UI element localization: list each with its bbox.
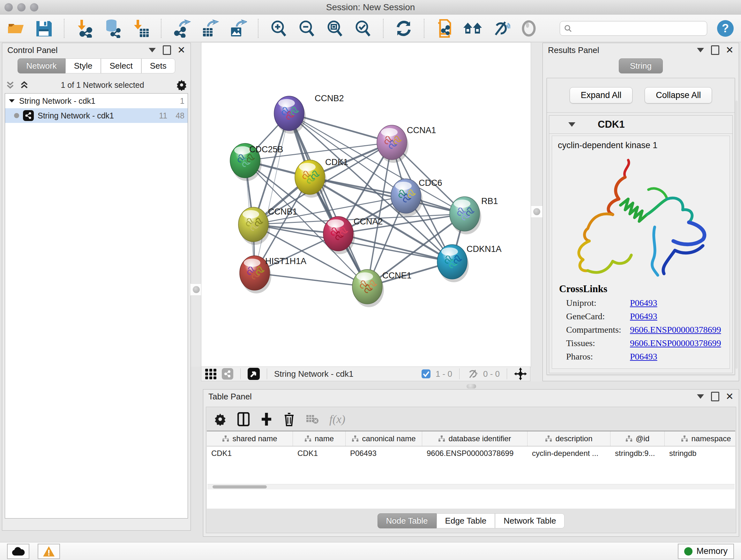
network-canvas[interactable]: CCNB2CCNA1CDC25BCDK1CDC6RB1CCNB1CCNA2CDK… [201, 42, 531, 367]
close-panel-icon[interactable]: ✕ [726, 392, 734, 401]
column-header-canonical-name[interactable]: canonical name [346, 431, 422, 446]
close-panel-icon[interactable]: ✕ [726, 45, 734, 55]
help-icon[interactable]: ? [716, 18, 735, 38]
tab-network[interactable]: Network [17, 58, 65, 73]
tab-edge-table[interactable]: Edge Table [436, 513, 495, 528]
scrollbar-thumb[interactable] [212, 485, 267, 489]
results-scrollbar[interactable] [735, 101, 738, 369]
node-RB1[interactable] [450, 197, 481, 234]
tab-node-table[interactable]: Node Table [378, 513, 436, 528]
network-overview-home-icon[interactable] [463, 18, 482, 38]
table-gear-icon[interactable] [214, 413, 226, 426]
import-network-file-icon[interactable] [75, 18, 94, 38]
show-hidden-eye-icon[interactable] [519, 18, 539, 38]
delete-column-icon[interactable] [283, 412, 295, 426]
column-header-description[interactable]: description [528, 431, 610, 446]
cell-database-identifier[interactable]: 9606.ENSP00000378699 [422, 449, 528, 458]
save-session-icon[interactable] [34, 18, 54, 38]
node-CCNA1[interactable] [377, 125, 408, 163]
warning-button[interactable] [38, 544, 60, 559]
float-panel-icon[interactable] [711, 45, 719, 55]
gene-card-header[interactable]: CDK1 [549, 116, 732, 134]
node-CCNE1[interactable] [352, 269, 384, 307]
tree-expand-icon[interactable] [8, 98, 15, 105]
edge-HIST1H1A-CCNE1[interactable] [255, 273, 367, 287]
node-label-RB1: RB1 [481, 196, 498, 206]
close-panel-icon[interactable]: ✕ [178, 45, 185, 55]
hide-selected-eye-icon[interactable] [491, 18, 511, 38]
search-box[interactable] [560, 21, 707, 36]
tab-string[interactable]: String [619, 58, 663, 73]
cell-namespace[interactable]: stringdb [665, 449, 735, 458]
cell-canonical-name[interactable]: P06493 [346, 449, 422, 458]
import-network-database-icon[interactable] [103, 18, 123, 38]
crosslink-link[interactable]: P06493 [630, 352, 724, 362]
add-column-icon[interactable] [260, 412, 273, 426]
expand-all-button[interactable]: Expand All [569, 87, 633, 104]
tab-sets[interactable]: Sets [141, 58, 175, 73]
column-header-database-identifier[interactable]: database identifier [422, 431, 528, 446]
hidden-eye-icon[interactable] [467, 369, 479, 379]
collapse-panel-icon[interactable] [697, 394, 704, 399]
node-CDK1[interactable] [295, 160, 327, 198]
node-CCNB1[interactable] [239, 207, 270, 245]
open-session-icon[interactable] [6, 18, 25, 38]
column-header-name[interactable]: name [293, 431, 346, 446]
node-CCNB2[interactable] [274, 96, 306, 134]
grid-view-icon[interactable] [205, 368, 217, 380]
edge-CCNB2-HIST1H1A[interactable] [255, 113, 289, 273]
export-table-icon[interactable] [200, 18, 219, 38]
tab-network-table[interactable]: Network Table [495, 513, 564, 528]
right-splitter-handle[interactable] [531, 206, 543, 218]
float-panel-icon[interactable] [163, 45, 171, 55]
crosslink-link[interactable]: P06493 [630, 298, 724, 308]
export-image-icon[interactable] [228, 18, 248, 38]
zoom-selected-icon[interactable] [353, 18, 373, 38]
cell-name[interactable]: CDK1 [293, 449, 346, 458]
clone-network-icon[interactable] [434, 18, 455, 38]
network-row[interactable]: String Network - cdk1 11 48 [5, 108, 188, 123]
cloud-button[interactable] [7, 544, 29, 559]
collapse-panel-icon[interactable] [149, 48, 156, 52]
tab-style[interactable]: Style [65, 58, 101, 73]
cell-shared-name[interactable]: CDK1 [207, 449, 293, 458]
column-header-shared-name[interactable]: shared name [207, 431, 293, 446]
crosslink-link[interactable]: 9606.ENSP00000378699 [630, 338, 724, 348]
left-splitter-handle[interactable] [190, 284, 202, 296]
cell-description[interactable]: cyclin-dependent ... [528, 449, 610, 458]
search-input[interactable] [575, 23, 703, 34]
collapse-all-button[interactable]: Collapse All [645, 87, 712, 104]
export-network-icon[interactable] [172, 18, 192, 38]
node-CDKN1A[interactable] [437, 245, 469, 282]
table-row[interactable]: CDK1CDK1P064939606.ENSP00000378699cyclin… [207, 446, 735, 460]
zoom-fit-icon[interactable] [325, 18, 345, 38]
memory-button[interactable]: Memory [678, 544, 734, 559]
zoom-out-icon[interactable] [297, 18, 317, 38]
left-splitter[interactable] [191, 43, 201, 367]
node-table[interactable]: shared namenamecanonical namedatabase id… [207, 431, 735, 509]
tab-select[interactable]: Select [101, 58, 141, 73]
column-header-namespace[interactable]: namespace [665, 431, 735, 446]
collapse-all-icon[interactable] [5, 80, 15, 90]
bottom-splitter-handle[interactable] [467, 384, 476, 388]
refresh-icon[interactable] [394, 18, 414, 38]
collapse-panel-icon[interactable] [697, 48, 704, 52]
table-horizontal-scrollbar[interactable] [207, 484, 735, 489]
expand-all-icon[interactable] [19, 80, 29, 90]
zoom-in-icon[interactable] [269, 18, 288, 38]
gear-icon[interactable] [176, 79, 187, 91]
pan-crosshair-icon[interactable] [514, 368, 527, 380]
crosslink-link[interactable]: P06493 [630, 311, 724, 321]
node-CCNA2[interactable] [323, 216, 355, 254]
gene-collapse-icon[interactable] [568, 122, 576, 127]
show-columns-icon[interactable] [238, 412, 250, 426]
float-panel-icon[interactable] [711, 392, 719, 401]
network-collection-row[interactable]: String Network - cdk1 1 [5, 94, 188, 108]
crosslink-link[interactable]: 9606.ENSP00000378699 [630, 325, 724, 335]
column-header-@id[interactable]: @id [610, 431, 665, 446]
cell-@id[interactable]: stringdb:9... [610, 449, 665, 458]
string-share-icon[interactable] [222, 368, 233, 380]
import-table-file-icon[interactable] [131, 18, 151, 38]
birdseye-view-icon[interactable] [248, 368, 260, 380]
selected-checkbox-icon[interactable] [421, 369, 431, 379]
